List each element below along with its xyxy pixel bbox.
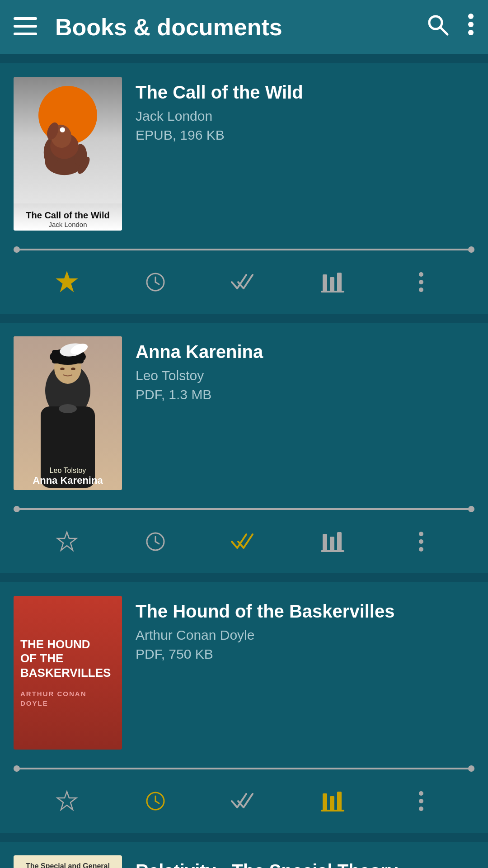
svg-rect-56 xyxy=(321,810,344,811)
cover-title: The Special and General Theory xyxy=(18,862,117,868)
clock-button[interactable] xyxy=(137,783,174,819)
svg-rect-45 xyxy=(321,550,344,552)
check-button[interactable] xyxy=(226,783,262,819)
svg-rect-55 xyxy=(337,792,342,811)
svg-marker-38 xyxy=(57,532,76,550)
book-list: The Call of the Wild Jack London The Cal… xyxy=(0,54,488,868)
svg-point-48 xyxy=(419,547,423,552)
cover-author: ARTHUR CONANDOYLE xyxy=(20,689,87,708)
svg-rect-2 xyxy=(14,33,37,35)
svg-rect-53 xyxy=(323,793,327,811)
book-actions xyxy=(14,774,474,833)
svg-point-14 xyxy=(60,127,65,132)
shelf-button[interactable] xyxy=(314,783,351,819)
svg-point-5 xyxy=(468,14,474,19)
svg-point-57 xyxy=(419,791,423,796)
overflow-menu-icon[interactable] xyxy=(467,13,474,42)
book-author: Jack London xyxy=(136,108,474,124)
svg-point-24 xyxy=(419,272,423,277)
svg-rect-20 xyxy=(323,274,327,292)
star-button[interactable] xyxy=(49,783,85,819)
progress-bar xyxy=(14,240,474,255)
star-button[interactable] xyxy=(49,264,85,300)
svg-rect-0 xyxy=(14,17,37,20)
svg-point-34 xyxy=(60,368,65,370)
progress-bar xyxy=(14,759,474,774)
svg-point-6 xyxy=(468,22,474,27)
star-button[interactable] xyxy=(49,524,85,560)
book-info: The Call of the Wild Jack London EPUB, 1… xyxy=(136,77,474,231)
svg-marker-16 xyxy=(57,273,76,291)
book-cover[interactable]: The Call of the Wild Jack London xyxy=(14,77,122,231)
page-title: Books & documents xyxy=(55,14,408,41)
book-cover[interactable]: THE HOUNDOF THEBASKERVILLES ARTHUR CONAN… xyxy=(14,596,122,750)
book-meta: EPUB, 196 KB xyxy=(136,127,474,143)
svg-point-37 xyxy=(59,404,77,413)
svg-rect-42 xyxy=(323,534,327,551)
progress-bar xyxy=(14,499,474,514)
svg-point-26 xyxy=(419,288,423,292)
svg-rect-44 xyxy=(337,532,342,551)
book-author: Leo Tolstoy xyxy=(136,368,474,383)
svg-point-7 xyxy=(468,30,474,35)
svg-line-52 xyxy=(155,801,159,803)
book-cover[interactable]: Leo Tolstoy Anna Karenina xyxy=(14,336,122,490)
book-actions xyxy=(14,514,474,573)
svg-rect-54 xyxy=(330,796,334,811)
svg-point-46 xyxy=(419,532,423,536)
book-info: Anna Karenina Leo Tolstoy PDF, 1.3 MB xyxy=(136,336,474,490)
book-author: Arthur Conan Doyle xyxy=(136,627,474,643)
svg-marker-49 xyxy=(57,792,76,810)
clock-button[interactable] xyxy=(137,264,174,300)
book-actions xyxy=(14,255,474,314)
more-button[interactable] xyxy=(403,264,439,300)
book-title: Anna Karenina xyxy=(136,341,474,363)
svg-point-35 xyxy=(71,368,75,370)
check-button[interactable] xyxy=(226,524,262,560)
book-title: The Call of the Wild xyxy=(136,81,474,103)
book-card: The Call of the Wild Jack London The Cal… xyxy=(0,63,488,314)
search-icon[interactable] xyxy=(426,13,449,42)
more-button[interactable] xyxy=(403,524,439,560)
book-card: The Special and General Theory xyxy=(0,842,488,868)
svg-line-4 xyxy=(440,27,447,34)
cover-title: THE HOUNDOF THEBASKERVILLES xyxy=(20,637,111,680)
app-header: Books & documents xyxy=(0,0,488,54)
book-title: Relativity - The Special Theory xyxy=(136,860,474,868)
svg-rect-21 xyxy=(330,277,334,292)
book-meta: PDF, 1.3 MB xyxy=(136,387,474,402)
svg-point-58 xyxy=(419,799,423,803)
book-info: The Hound of the Baskervilles Arthur Con… xyxy=(136,596,474,750)
svg-line-19 xyxy=(155,282,159,284)
more-button[interactable] xyxy=(403,783,439,819)
book-meta: PDF, 750 KB xyxy=(136,646,474,662)
svg-point-47 xyxy=(419,539,423,544)
cover-title: Anna Karenina xyxy=(14,475,122,486)
book-card: Leo Tolstoy Anna Karenina Anna Karenina … xyxy=(0,323,488,573)
check-button[interactable] xyxy=(226,264,262,300)
book-title: The Hound of the Baskervilles xyxy=(136,600,474,622)
book-card: THE HOUNDOF THEBASKERVILLES ARTHUR CONAN… xyxy=(0,582,488,833)
cover-author: Leo Tolstoy xyxy=(14,467,122,475)
svg-rect-23 xyxy=(321,291,344,292)
svg-point-25 xyxy=(419,280,423,284)
clock-button[interactable] xyxy=(137,524,174,560)
shelf-button[interactable] xyxy=(314,524,351,560)
svg-point-59 xyxy=(419,807,423,811)
cover-author: Jack London xyxy=(17,221,118,228)
svg-line-41 xyxy=(155,542,159,544)
book-info: Relativity - The Special Theory Albert E… xyxy=(136,855,474,868)
book-cover[interactable]: The Special and General Theory xyxy=(14,855,122,868)
shelf-button[interactable] xyxy=(314,264,351,300)
svg-rect-43 xyxy=(330,537,334,551)
svg-rect-1 xyxy=(14,25,37,28)
menu-icon[interactable] xyxy=(14,15,37,39)
cover-title: The Call of the Wild xyxy=(17,210,118,221)
svg-rect-22 xyxy=(337,273,342,292)
